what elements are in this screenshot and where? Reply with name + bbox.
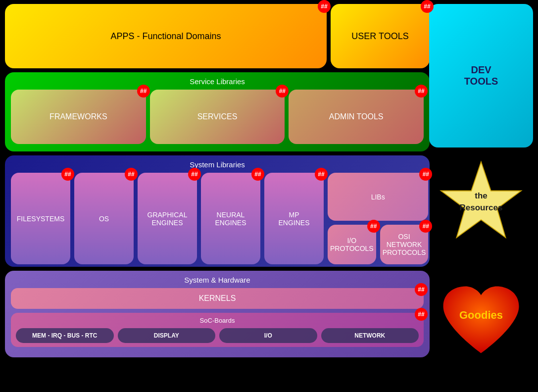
system-libraries-section: System Libraries ## FILESYSTEMS ## OS ##… [5,155,430,267]
io-badge: ## [367,220,380,233]
resources-label: theResources [460,190,503,214]
heart-icon [437,281,526,363]
dev-tools-box[interactable]: DEVTOOLS [429,4,533,147]
services-label: SERVICES [197,112,238,121]
kernels-label: KERNELS [199,294,236,303]
graphical-label: GRAPHICALENGINES [145,211,190,227]
graphical-engines-box[interactable]: ## GRAPHICALENGINES [138,173,197,264]
graphical-badge: ## [188,168,201,181]
dev-tools-label: DEVTOOLS [464,64,498,87]
system-libraries-title: System Libraries [11,160,424,169]
row1-apps: ## APPS - Functional Domains ## USER TOO… [5,4,430,68]
goodies-box: Goodies [429,256,533,388]
frameworks-label: FRAMEWORKS [49,112,107,121]
neural-label: NEURALENGINES [212,211,248,227]
network-item[interactable]: NETWORK [321,328,419,343]
frameworks-box[interactable]: ## FRAMEWORKS [11,90,146,144]
resources-box: theResources [429,152,533,251]
system-libraries-inner: ## FILESYSTEMS ## OS ## GRAPHICALENGINES… [11,173,424,264]
user-tools-box[interactable]: ## USER TOOLS [331,4,430,68]
admin-label: ADMIN TOOLS [329,112,384,121]
soc-badge: ## [415,308,428,321]
main-area: ## APPS - Functional Domains ## USER TOO… [5,4,430,388]
os-box[interactable]: ## OS [74,173,134,264]
neural-engines-box[interactable]: ## NEURALENGINES [201,173,260,264]
os-label: OS [97,215,111,223]
soc-title: SoC-Boards [16,317,419,324]
libs-box[interactable]: LIBs [328,173,428,221]
osi-label: OSI NETWORKPROTOCOLS [380,233,429,256]
soc-inner: MEM - IRQ - BUS - RTC DISPLAY I/O NETWOR… [16,328,419,343]
system-hardware-section: System & Hardware ## KERNELS ## SoC-Boar… [5,271,430,357]
filesystems-label: FILESYSTEMS [14,215,67,223]
services-badge: ## [276,85,289,98]
mp-badge: ## [315,168,328,181]
services-box[interactable]: ## SERVICES [150,90,285,144]
display-item[interactable]: DISPLAY [118,328,216,343]
user-tools-badge: ## [421,0,434,13]
right-panel: DEVTOOLS theResources Goodies [429,4,533,388]
apps-badge: ## [318,0,331,13]
service-libraries-title: Service Libraries [11,77,424,86]
libs-group: ## LIBs ## I/OPROTOCOLS ## OSI NETWORKPR… [328,173,428,264]
apps-box[interactable]: ## APPS - Functional Domains [5,4,327,68]
filesystems-box[interactable]: ## FILESYSTEMS [11,173,70,264]
service-libraries-inner: ## FRAMEWORKS ## SERVICES ## ADMIN TOOLS [11,90,424,144]
libs-label: LIBs [369,193,388,201]
system-hardware-title: System & Hardware [11,276,424,284]
os-badge: ## [125,168,138,181]
soc-box: ## SoC-Boards MEM - IRQ - BUS - RTC DISP… [11,313,424,347]
neural-badge: ## [251,168,264,181]
filesystems-badge: ## [61,168,74,181]
io-protocols-box[interactable]: ## I/OPROTOCOLS [328,225,376,264]
mp-engines-box[interactable]: ## MPENGINES [264,173,324,264]
mem-item[interactable]: MEM - IRQ - BUS - RTC [16,328,114,343]
apps-label: APPS - Functional Domains [110,31,221,42]
io-item[interactable]: I/O [219,328,317,343]
libs-bottom: ## I/OPROTOCOLS ## OSI NETWORKPROTOCOLS [328,225,428,264]
kernels-box[interactable]: ## KERNELS [11,288,424,309]
admin-badge: ## [415,85,428,98]
osi-protocols-box[interactable]: ## OSI NETWORKPROTOCOLS [380,225,429,264]
io-label: I/OPROTOCOLS [328,237,376,252]
frameworks-badge: ## [137,85,150,98]
user-tools-label: USER TOOLS [351,31,408,42]
admin-tools-box[interactable]: ## ADMIN TOOLS [289,90,424,144]
mp-label: MPENGINES [276,211,312,227]
kernels-badge: ## [415,283,428,296]
goodies-label: Goodies [459,309,503,322]
service-libraries-section: Service Libraries ## FRAMEWORKS ## SERVI… [5,72,430,151]
